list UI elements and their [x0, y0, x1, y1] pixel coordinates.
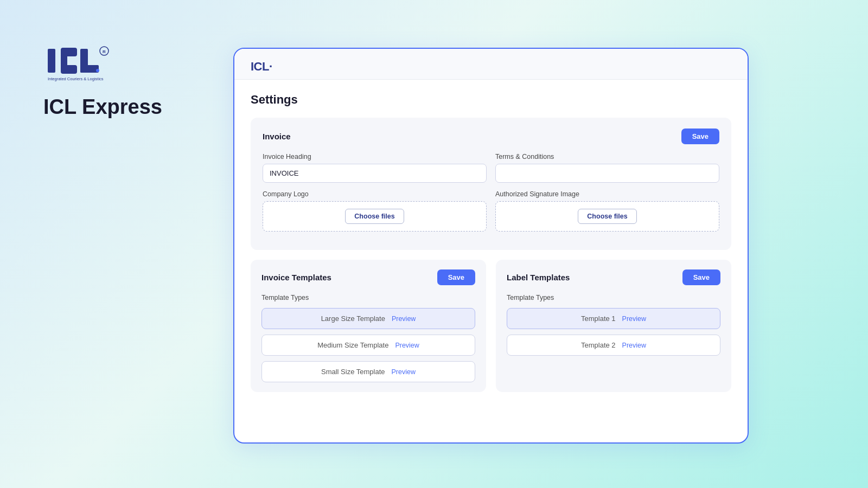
invoice-template-medium-label: Medium Size Template	[317, 341, 388, 349]
terms-input[interactable]	[495, 164, 719, 183]
invoice-heading-label: Invoice Heading	[263, 153, 487, 160]
invoice-templates-card: Invoice Templates Save Template Types La…	[251, 260, 486, 392]
invoice-template-small-preview[interactable]: Preview	[392, 368, 416, 376]
svg-rect-2	[80, 65, 99, 73]
left-panel: R Integrated Couriers & Logistics ICL Ex…	[43, 43, 162, 119]
card-logo: ICL·	[251, 60, 731, 74]
label-template-2-label: Template 2	[581, 341, 616, 349]
invoice-templates-header: Invoice Templates Save	[261, 269, 475, 285]
label-templates-header: Label Templates Save	[507, 269, 720, 285]
svg-text:Integrated Couriers & Logistic: Integrated Couriers & Logistics	[48, 76, 104, 81]
svg-text:R: R	[103, 49, 106, 54]
svg-point-5	[96, 69, 99, 72]
invoice-save-button[interactable]: Save	[681, 129, 719, 144]
label-template-2-preview[interactable]: Preview	[622, 342, 646, 349]
settings-title: Settings	[251, 93, 731, 107]
invoice-template-small[interactable]: Small Size Template Preview	[261, 361, 475, 382]
invoice-template-large-label: Large Size Template	[321, 314, 385, 323]
invoice-template-small-label: Small Size Template	[321, 368, 385, 376]
authorized-sig-upload-zone[interactable]: Choose files	[495, 201, 719, 232]
terms-label: Terms & Conditions	[495, 153, 719, 160]
invoice-form-row-2: Company Logo Choose files Authorized Sig…	[263, 190, 719, 232]
invoice-template-types-label: Template Types	[261, 294, 475, 301]
invoice-section: Invoice Save Invoice Heading Terms & Con…	[251, 118, 731, 250]
invoice-template-medium[interactable]: Medium Size Template Preview	[261, 335, 475, 356]
invoice-heading-input[interactable]	[263, 164, 487, 183]
company-logo-group: Company Logo Choose files	[263, 190, 487, 232]
authorized-sig-choose-button[interactable]: Choose files	[578, 209, 636, 224]
invoice-template-large-preview[interactable]: Preview	[392, 315, 416, 323]
invoice-templates-title: Invoice Templates	[261, 273, 331, 282]
logo-container: R Integrated Couriers & Logistics	[43, 43, 162, 81]
templates-row: Invoice Templates Save Template Types La…	[251, 260, 731, 392]
card-logo-text: ICL·	[251, 60, 272, 73]
invoice-templates-save-button[interactable]: Save	[437, 269, 475, 285]
label-template-1-preview[interactable]: Preview	[622, 315, 646, 323]
authorized-sig-label: Authorized Signature Image	[495, 190, 719, 198]
card-header: ICL·	[234, 49, 748, 80]
svg-rect-0	[48, 49, 55, 73]
icl-logo-svg: R Integrated Couriers & Logistics	[43, 43, 114, 81]
label-template-1[interactable]: Template 1 Preview	[507, 308, 720, 329]
label-template-types-label: Template Types	[507, 294, 720, 301]
app-name: ICL Express	[43, 95, 162, 119]
invoice-template-medium-preview[interactable]: Preview	[395, 342, 419, 349]
company-logo-label: Company Logo	[263, 190, 487, 198]
label-template-2[interactable]: Template 2 Preview	[507, 335, 720, 356]
invoice-heading-group: Invoice Heading	[263, 153, 487, 183]
company-logo-upload-zone[interactable]: Choose files	[263, 201, 487, 232]
label-templates-save-button[interactable]: Save	[682, 269, 720, 285]
invoice-template-large[interactable]: Large Size Template Preview	[261, 308, 475, 329]
label-template-1-label: Template 1	[581, 314, 616, 323]
invoice-section-header: Invoice Save	[263, 129, 719, 144]
company-logo-choose-button[interactable]: Choose files	[345, 209, 404, 224]
label-templates-title: Label Templates	[507, 273, 570, 282]
main-card: ICL· Settings Invoice Save Invoice Headi…	[233, 48, 749, 444]
invoice-section-title: Invoice	[263, 132, 291, 141]
terms-group: Terms & Conditions	[495, 153, 719, 183]
invoice-form-row-1: Invoice Heading Terms & Conditions	[263, 153, 719, 183]
label-templates-card: Label Templates Save Template Types Temp…	[496, 260, 731, 392]
card-body: Settings Invoice Save Invoice Heading Te…	[234, 80, 748, 405]
authorized-sig-group: Authorized Signature Image Choose files	[495, 190, 719, 232]
